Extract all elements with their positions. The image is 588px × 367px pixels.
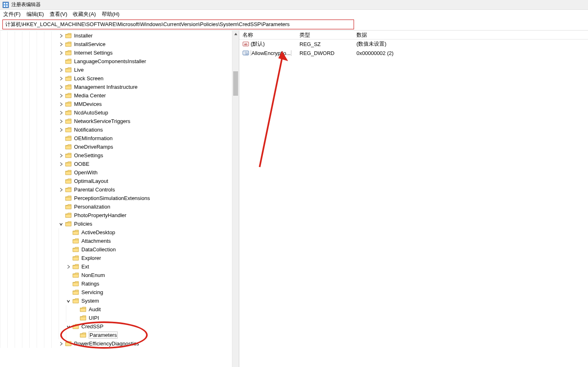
tree-scrollbar[interactable] bbox=[232, 31, 239, 367]
tree-label: Management Infrastructure bbox=[74, 84, 138, 90]
scroll-up-button[interactable] bbox=[232, 31, 239, 37]
scroll-thumb[interactable] bbox=[233, 71, 238, 96]
folder-icon bbox=[72, 273, 79, 278]
value-name: (默认) bbox=[251, 40, 299, 48]
menubar: 文件(F) 编辑(E) 查看(V) 收藏夹(A) 帮助(H) bbox=[0, 10, 588, 19]
list-row[interactable]: 011110AllowEncryptio...REG_DWORD0x000000… bbox=[239, 48, 588, 57]
list-row[interactable]: ab(默认)REG_SZ(数值未设置) bbox=[239, 40, 588, 48]
tree-item[interactable]: ActiveDesktop bbox=[0, 228, 239, 237]
expander-icon[interactable] bbox=[59, 187, 63, 192]
tree-item[interactable]: Management Infrastructure bbox=[0, 83, 239, 91]
tree-item[interactable]: Personalization bbox=[0, 202, 239, 211]
tree-label: System bbox=[81, 298, 99, 304]
expander-icon bbox=[66, 281, 71, 286]
tree-item[interactable]: NonEnum bbox=[0, 271, 239, 279]
list-header[interactable]: 名称 类型 数据 bbox=[239, 31, 588, 40]
tree-item[interactable]: OpenWith bbox=[0, 168, 239, 177]
tree-label: Explorer bbox=[81, 255, 101, 261]
tree-item[interactable]: Media Center bbox=[0, 91, 239, 100]
column-name[interactable]: 名称 bbox=[243, 31, 299, 39]
tree-item[interactable]: CredSSP bbox=[0, 322, 239, 331]
expander-icon[interactable] bbox=[66, 324, 71, 329]
expander-icon[interactable] bbox=[59, 341, 63, 346]
tree-item[interactable]: Attachments bbox=[0, 237, 239, 245]
tree-item[interactable]: Policies bbox=[0, 220, 239, 228]
tree-item[interactable]: Parental Controls bbox=[0, 185, 239, 194]
folder-icon bbox=[65, 119, 72, 124]
tree-label: PhotoPropertyHandler bbox=[74, 212, 127, 218]
tree-item[interactable]: Servicing bbox=[0, 288, 239, 297]
tree-label: OneDriveRamps bbox=[74, 144, 113, 150]
registry-tree[interactable]: InstallerInstallServiceInternet Settings… bbox=[0, 31, 239, 348]
expander-icon[interactable] bbox=[66, 264, 71, 269]
address-bar[interactable]: 计算机\HKEY_LOCAL_MACHINE\SOFTWARE\Microsof… bbox=[2, 20, 354, 29]
tree-item[interactable]: Internet Settings bbox=[0, 48, 239, 57]
folder-icon bbox=[65, 341, 72, 347]
expander-icon[interactable] bbox=[59, 162, 63, 167]
tree-label: DataCollection bbox=[81, 246, 116, 253]
tree-item[interactable]: Notifications bbox=[0, 125, 239, 134]
tree-item[interactable]: System bbox=[0, 297, 239, 305]
expander-icon[interactable] bbox=[59, 110, 63, 115]
folder-icon bbox=[72, 290, 79, 295]
tree-item[interactable]: OneSettings bbox=[0, 151, 239, 160]
expander-icon[interactable] bbox=[59, 119, 63, 124]
folder-icon bbox=[65, 67, 72, 73]
folder-icon bbox=[65, 101, 72, 107]
tree-item[interactable]: PowerEfficiencyDiagnostics bbox=[0, 339, 239, 348]
tree-item[interactable]: Explorer bbox=[0, 254, 239, 262]
menu-file[interactable]: 文件(F) bbox=[3, 11, 21, 18]
expander-icon[interactable] bbox=[59, 33, 63, 38]
folder-icon bbox=[65, 196, 72, 201]
list-body[interactable]: ab(默认)REG_SZ(数值未设置)011110AllowEncryptio.… bbox=[239, 40, 588, 57]
tree-item[interactable]: PerceptionSimulationExtensions bbox=[0, 194, 239, 202]
folder-icon bbox=[72, 324, 79, 330]
expander-icon[interactable] bbox=[59, 68, 63, 73]
folder-icon bbox=[72, 281, 79, 287]
column-data[interactable]: 数据 bbox=[356, 31, 588, 39]
expander-icon[interactable] bbox=[59, 42, 63, 47]
tree-item[interactable]: OOBE bbox=[0, 160, 239, 168]
tree-item[interactable]: Installer bbox=[0, 31, 239, 40]
tree-item[interactable]: DataCollection bbox=[0, 245, 239, 254]
tree-label: Parameters bbox=[89, 332, 118, 338]
tree-item[interactable]: NetworkServiceTriggers bbox=[0, 117, 239, 125]
expander-icon[interactable] bbox=[59, 127, 63, 132]
tree-item[interactable]: OptimalLayout bbox=[0, 177, 239, 185]
tree-item[interactable]: InstallService bbox=[0, 40, 239, 48]
expander-icon[interactable] bbox=[66, 299, 71, 303]
tree-item[interactable]: OneDriveRamps bbox=[0, 143, 239, 151]
column-type[interactable]: 类型 bbox=[299, 31, 356, 39]
tree-label: OpenWith bbox=[74, 169, 98, 176]
menu-favorites[interactable]: 收藏夹(A) bbox=[73, 11, 96, 18]
tree-item[interactable]: PhotoPropertyHandler bbox=[0, 211, 239, 220]
expander-icon[interactable] bbox=[59, 222, 63, 226]
expander-icon[interactable] bbox=[59, 153, 63, 158]
expander-icon[interactable] bbox=[59, 93, 63, 98]
tree-item[interactable]: NcdAutoSetup bbox=[0, 108, 239, 117]
expander-icon bbox=[73, 316, 78, 321]
expander-icon bbox=[59, 170, 63, 175]
expander-icon[interactable] bbox=[59, 51, 63, 55]
tree-item[interactable]: Parameters bbox=[0, 331, 239, 339]
annotation-arrow bbox=[251, 51, 288, 169]
expander-icon[interactable] bbox=[59, 102, 63, 107]
tree-label: MMDevices bbox=[74, 101, 102, 107]
menu-edit[interactable]: 编辑(E) bbox=[26, 11, 44, 18]
titlebar: 注册表编辑器 bbox=[0, 0, 588, 10]
tree-label: LanguageComponentsInstaller bbox=[74, 58, 146, 64]
tree-item[interactable]: Live bbox=[0, 66, 239, 74]
tree-item[interactable]: Audit bbox=[0, 305, 239, 314]
menu-help[interactable]: 帮助(H) bbox=[102, 11, 120, 18]
tree-item[interactable]: Lock Screen bbox=[0, 74, 239, 83]
tree-item[interactable]: Ratings bbox=[0, 279, 239, 288]
tree-item[interactable]: LanguageComponentsInstaller bbox=[0, 57, 239, 66]
menu-view[interactable]: 查看(V) bbox=[50, 11, 67, 18]
tree-item[interactable]: MMDevices bbox=[0, 100, 239, 108]
tree-item[interactable]: Ext bbox=[0, 262, 239, 271]
tree-label: UIPI bbox=[89, 315, 99, 321]
expander-icon[interactable] bbox=[59, 85, 63, 90]
tree-item[interactable]: OEMInformation bbox=[0, 134, 239, 143]
tree-item[interactable]: UIPI bbox=[0, 314, 239, 322]
expander-icon[interactable] bbox=[59, 76, 63, 81]
